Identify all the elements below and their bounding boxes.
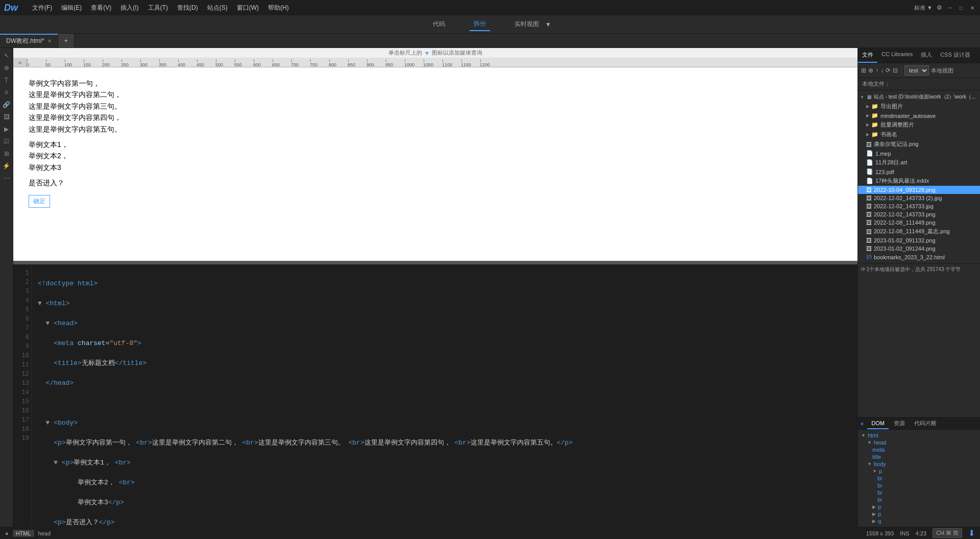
menu-insert[interactable]: 插入(I): [116, 2, 142, 14]
menu-site[interactable]: 站点(S): [203, 2, 232, 14]
file-img-2022-1202b[interactable]: 🖼 2022-12-02_143733.jpg: [858, 202, 980, 210]
file-art[interactable]: 📄 11月28日.art: [858, 158, 980, 167]
file-paintings[interactable]: ▶ 📁 书画名: [858, 130, 980, 139]
dom-expand-body[interactable]: ▼: [867, 461, 872, 467]
close-button[interactable]: ✕: [969, 4, 976, 11]
menu-window[interactable]: 窗口(W): [233, 2, 263, 14]
tab-new[interactable]: +: [58, 34, 75, 47]
dom-expand-head[interactable]: ▼: [867, 440, 872, 445]
dom-html[interactable]: ▼ html: [861, 432, 977, 439]
file-icon: 📄: [866, 150, 873, 157]
file-img-2023-0102a[interactable]: 🖼 2023-01-02_091132.png: [858, 236, 980, 244]
dom-br1[interactable]: br: [861, 475, 977, 482]
menu-edit[interactable]: 编辑(E): [57, 2, 86, 14]
dom-add-icon[interactable]: +: [860, 420, 864, 428]
ruler-100: 100: [64, 59, 72, 67]
dom-p3[interactable]: ▶ p: [861, 510, 977, 518]
dom-br4[interactable]: br: [861, 496, 977, 503]
file-root[interactable]: ▼ 🖥 站点 - test (D:\tools\值面\work（2）\work（…: [858, 92, 980, 102]
file-img-2023-0102b[interactable]: 🖼 2023-01-02_091244.png: [858, 244, 980, 253]
dom-expand-html[interactable]: ▼: [861, 433, 866, 438]
folder-expand-icon: ▼: [860, 95, 864, 100]
file-img-2022-1004[interactable]: 🖼 2022-10-04_093128.png: [858, 186, 980, 194]
file-export[interactable]: ▶ 📁 导出图片: [858, 102, 980, 111]
sidebar-icon-arrow[interactable]: ↖: [1, 50, 12, 61]
maximize-button[interactable]: □: [958, 4, 965, 11]
file-batch-img[interactable]: ▶ 📁 批量调整图片: [858, 120, 980, 130]
code-view[interactable]: 1 2 3 4 5 6 7 8 9 10 11 12 13 14 15 16 1…: [13, 264, 857, 527]
confirm-button[interactable]: 确定: [29, 193, 842, 208]
file-label: 批量调整图片: [880, 121, 914, 129]
dom-title[interactable]: title: [861, 453, 977, 460]
ruler-650: 650: [272, 59, 280, 67]
tab-close-button[interactable]: ✕: [47, 38, 52, 44]
menu-find[interactable]: 查找(D): [173, 2, 202, 14]
dom-expand-p1[interactable]: ▼: [872, 469, 877, 474]
live-view-dropdown[interactable]: ▼: [545, 21, 551, 28]
sidebar-icon-media[interactable]: ▶: [1, 124, 12, 135]
code-view-button[interactable]: 代码: [429, 18, 449, 31]
file-img-2022-1202a[interactable]: 🖼 2022-12-02_143733 (2).jpg: [858, 194, 980, 202]
rpanel-tab-cc[interactable]: CC Libraries: [877, 48, 917, 63]
sidebar-icon-image[interactable]: 🖼: [1, 111, 12, 122]
rpanel-tab-css[interactable]: CSS 设计器: [936, 48, 974, 63]
menu-help[interactable]: 帮助(H): [264, 2, 293, 14]
line-8: 8: [15, 333, 29, 342]
line-14: 14: [15, 388, 29, 397]
sidebar-icon-cursor[interactable]: ⊕: [1, 62, 12, 74]
dom-br3[interactable]: br: [861, 489, 977, 496]
file-img-2022-1202c[interactable]: 🖼 2022-12-02_143733.png: [858, 210, 980, 218]
menu-tools[interactable]: 工具(T): [144, 2, 172, 14]
settings-icon[interactable]: ⚙: [937, 4, 942, 11]
design-content[interactable]: 举例文字内容第一句， 这里是举例文字内容第二句， 这里是举例文字内容第三句。 这…: [13, 67, 857, 218]
file-autosave[interactable]: ▶ 📁 mindmaster_autosave: [858, 111, 980, 120]
sidebar-icon-widgets[interactable]: ⊞: [1, 148, 12, 159]
file-cornell[interactable]: 🖼 康奈尔笔记法.png: [858, 139, 980, 149]
menu-file[interactable]: 文件(F): [28, 2, 56, 14]
file-pdf[interactable]: 📑 123.pdf: [858, 167, 980, 176]
file-bookmarks[interactable]: ⟨/⟩ bookmarks_2023_3_22.html: [858, 253, 980, 261]
dom-head[interactable]: ▼ head: [861, 439, 977, 446]
split-view-button[interactable]: 拆分: [470, 17, 490, 31]
dom-tab[interactable]: DOM: [867, 418, 889, 429]
rpt-add-icon[interactable]: ⊕: [868, 67, 873, 74]
sidebar-icon-list[interactable]: ≡: [1, 87, 12, 98]
dom-expand-p3[interactable]: ▶: [872, 511, 876, 517]
refresh-icon[interactable]: ⟳: [861, 266, 865, 272]
file-eddx[interactable]: 📄 17种头脑风暴法.eddx: [858, 176, 980, 186]
sidebar-icon-jquery[interactable]: ⚡: [1, 160, 12, 172]
file-1mep[interactable]: 📄 1.mep: [858, 149, 980, 158]
sidebar-icon-more[interactable]: ⋯: [1, 173, 12, 184]
rpt-grid-icon[interactable]: ⊞: [861, 67, 866, 74]
rpanel-tab-files[interactable]: 文件: [858, 48, 877, 63]
live-view-button[interactable]: 实时视图: [510, 18, 543, 31]
tab-dw-tutorial[interactable]: DW教程.html* ✕: [0, 34, 58, 47]
file-img-2022-1208a[interactable]: 🖼 2022-12-08_111449.png: [858, 218, 980, 227]
dom-br2[interactable]: br: [861, 482, 977, 489]
image-file-icon: 🖼: [866, 187, 872, 193]
sidebar-icon-text[interactable]: T: [1, 75, 12, 86]
code-editor[interactable]: <!doctype html> ▼ <html> ▼ <head> <meta …: [32, 264, 857, 527]
rpt-up-icon[interactable]: ↑: [875, 67, 878, 74]
dom-expand-q[interactable]: ▶: [872, 519, 876, 524]
dom-p1[interactable]: ▼ p: [861, 468, 977, 475]
dom-q[interactable]: ▶ q: [861, 518, 977, 525]
file-img-2022-1208b[interactable]: 🖼 2022-12-08_111449_墓志.png: [858, 227, 980, 236]
sidebar-icon-form[interactable]: ☑: [1, 136, 12, 147]
rpt-remove-icon[interactable]: ⊟: [893, 67, 898, 74]
menu-view[interactable]: 查看(V): [87, 2, 115, 14]
snippets-tab[interactable]: 代码片断: [910, 418, 941, 429]
rpt-down-icon[interactable]: ↓: [880, 67, 884, 74]
dom-meta[interactable]: meta: [861, 446, 977, 453]
resources-tab[interactable]: 资源: [890, 418, 909, 429]
dom-p2[interactable]: ▶ p: [861, 503, 977, 510]
dom-body[interactable]: ▼ body: [861, 460, 977, 468]
rpt-refresh-icon[interactable]: ⟳: [886, 67, 891, 74]
dom-tag-html: html: [868, 432, 878, 438]
design-view: 单击标尺上的 ▼ 图标以添加媒体查询 ⊲ 0 50 100 150 200 25…: [13, 48, 857, 262]
site-selector[interactable]: test: [904, 65, 929, 76]
dom-expand-p2[interactable]: ▶: [872, 504, 876, 509]
rpanel-tab-insert[interactable]: 插入: [917, 48, 936, 63]
minimize-button[interactable]: ─: [946, 4, 953, 11]
sidebar-icon-link[interactable]: 🔗: [1, 99, 12, 110]
